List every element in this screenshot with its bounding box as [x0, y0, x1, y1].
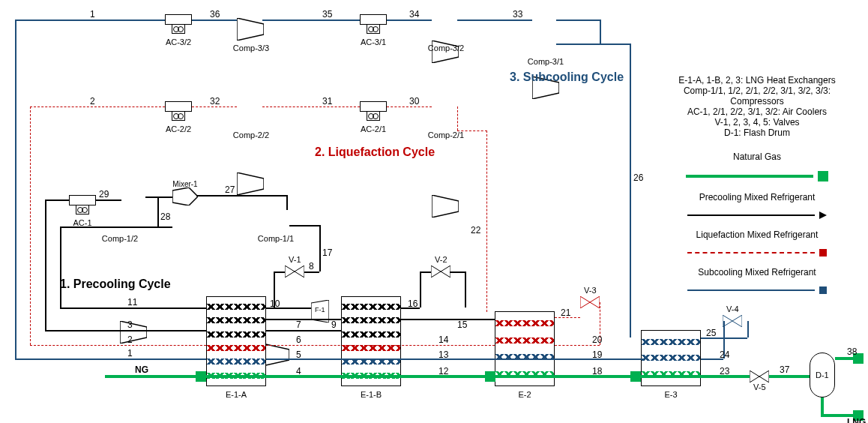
stream-36: 36: [210, 9, 220, 20]
heat-exchanger-e1a: [206, 296, 266, 386]
d1-label: D-1: [816, 370, 829, 380]
air-cooler-icon: [360, 14, 387, 35]
svg-marker-7: [262, 344, 289, 366]
svg-marker-12: [580, 296, 590, 308]
c31-label: Comp-3/1: [523, 57, 568, 66]
stream-34: 34: [409, 9, 419, 20]
svg-marker-8: [285, 266, 295, 278]
c22-label: Comp-2/2: [229, 130, 274, 140]
v4-label: V-4: [726, 304, 739, 314]
mixer-icon: [172, 188, 198, 208]
stream-2b: 2: [127, 334, 133, 345]
stream-8: 8: [309, 261, 314, 272]
stream-10: 10: [270, 298, 280, 309]
stream-22: 22: [471, 225, 480, 236]
stream-13: 13: [438, 350, 448, 360]
v5-label: V-5: [753, 382, 766, 392]
compressor-icon: [432, 195, 459, 218]
e1a-label: E-1-A: [214, 390, 259, 399]
stream-31: 31: [322, 96, 332, 106]
svg-marker-13: [590, 296, 600, 308]
stream-1b: 1: [127, 348, 133, 358]
stream-14: 14: [438, 334, 448, 345]
stream-15: 15: [457, 320, 467, 330]
precooling-title: 1. Precooling Cycle: [60, 278, 171, 291]
legend-pre-label: Precooling Mixed Refrigerant: [660, 192, 855, 202]
c32-label: Comp-3/2: [424, 44, 468, 52]
v2-label: V-2: [435, 255, 447, 264]
svg-marker-16: [750, 370, 759, 382]
svg-marker-0: [237, 18, 264, 40]
glossary-line-0: E-1-A, 1-B, 2, 3: LNG Heat Exchangers: [660, 75, 855, 86]
stream-35: 35: [322, 9, 332, 20]
valve-v5: [750, 370, 769, 382]
stream-33: 33: [513, 9, 522, 20]
e2-label: E-2: [502, 390, 547, 399]
valve-v3: [580, 296, 600, 308]
glossary: E-1-A, 1-B, 2, 3: LNG Heat Exchangers Co…: [660, 75, 855, 294]
stream-11: 11: [127, 297, 137, 308]
stream-5: 5: [296, 350, 301, 360]
stream-23: 23: [720, 366, 729, 376]
stream-30: 30: [409, 96, 419, 106]
svg-marker-9: [295, 266, 304, 278]
e3-label: E-3: [648, 390, 693, 399]
compressor-icon: [120, 321, 147, 344]
stream-37: 37: [780, 364, 789, 375]
svg-marker-6: [172, 188, 198, 206]
stream-20: 20: [592, 334, 602, 345]
stream-28: 28: [160, 212, 170, 222]
legend-ng-label: Natural Gas: [660, 152, 855, 162]
c12-label: Comp-1/2: [97, 234, 142, 243]
glossary-line-2: AC-1, 2/1, 2/2, 3/1, 3/2: Air Coolers: [660, 106, 855, 117]
c33-label: Comp-3/3: [229, 44, 274, 52]
svg-marker-4: [432, 195, 459, 218]
glossary-line-1: Comp-1/1, 1/2, 2/1, 2/2, 3/1, 3/2, 3/3: …: [660, 86, 855, 106]
v1-label: V-1: [289, 255, 301, 264]
c21-label: Comp-2/1: [424, 130, 468, 140]
ac22-label: AC-2/2: [156, 124, 201, 134]
stream-24: 24: [720, 350, 729, 360]
stream-25: 25: [706, 328, 716, 338]
svg-marker-17: [759, 370, 769, 382]
ng-label: NG: [135, 364, 148, 375]
stream-19: 19: [592, 350, 602, 360]
stream-6: 6: [296, 334, 301, 345]
f1-label: F-1: [315, 306, 325, 314]
stream-32: 32: [210, 96, 220, 106]
v3-label: V-3: [584, 286, 597, 295]
mixer1-label: Mixer-1: [163, 180, 208, 188]
e1b-label: E-1-B: [349, 390, 394, 399]
ac31-label: AC-3/1: [351, 38, 396, 46]
ac21-label: AC-2/1: [351, 124, 396, 134]
lng-label: LNG: [847, 417, 866, 423]
valve-v4: [723, 315, 742, 327]
air-cooler-icon: [165, 101, 192, 122]
stream-26: 26: [633, 172, 643, 183]
compressor-icon: [262, 344, 289, 366]
compressor-icon: [237, 18, 264, 40]
glossary-line-4: D-1: Flash Drum: [660, 128, 855, 138]
c11-label: Comp-1/1: [253, 234, 298, 243]
stream-12: 12: [438, 366, 448, 376]
stream-2a: 2: [90, 96, 95, 106]
stream-18: 18: [592, 366, 602, 376]
stream-16: 16: [408, 298, 418, 309]
svg-marker-15: [732, 315, 742, 327]
subcooling-title: 3. Subcooling Cycle: [510, 70, 624, 84]
air-cooler-icon: [360, 101, 387, 122]
air-cooler-icon: [165, 14, 192, 35]
svg-marker-10: [431, 266, 441, 278]
stream-7: 7: [296, 320, 301, 330]
stream-21: 21: [561, 308, 570, 318]
stream-17: 17: [322, 248, 332, 258]
stream-29: 29: [99, 189, 109, 200]
svg-marker-5: [120, 321, 147, 344]
stream-27: 27: [225, 184, 235, 195]
valve-v2: [431, 266, 450, 278]
compressor-icon: [237, 172, 264, 195]
stream-1: 1: [90, 9, 95, 20]
liquefaction-title: 2. Liquefaction Cycle: [315, 146, 435, 159]
air-cooler-icon: [69, 195, 96, 216]
valve-v1: [285, 266, 304, 278]
